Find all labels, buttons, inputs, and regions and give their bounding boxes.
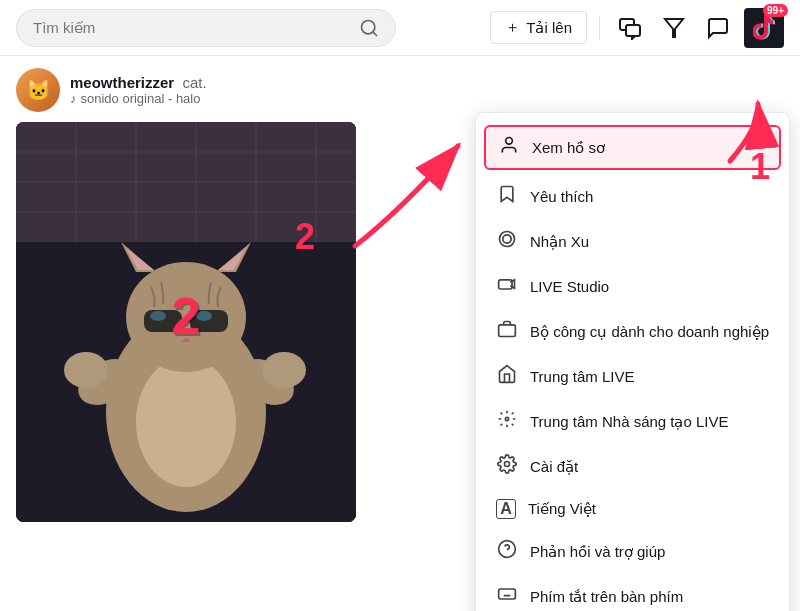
svg-point-20 [64,352,108,388]
menu-label-feedback: Phản hồi và trợ giúp [530,543,769,561]
menu-item-coins[interactable]: Nhận Xu [476,219,789,264]
menu-item-creator-live[interactable]: Trung tâm Nhà sáng tạo LIVE [476,399,789,444]
upload-button[interactable]: ＋ Tải lên [490,11,587,44]
menu-label-business: Bộ công cụ dành cho doanh nghiệp [530,323,769,341]
messages-button[interactable] [612,10,648,46]
header: ＋ Tải lên [0,0,800,56]
video-card: 🐱 meowtherizzer cat. ♪ sonido original -… [16,68,444,522]
svg-point-38 [505,417,508,420]
search-button[interactable] [359,18,379,38]
logo-wrapper: 99+ [744,8,784,48]
keyboard-icon [496,584,518,609]
menu-item-live-center[interactable]: Trung tâm LIVE [476,354,789,399]
svg-point-21 [262,352,306,388]
menu-item-shortcuts[interactable]: Phím tắt trên bàn phím [476,574,789,611]
svg-rect-37 [499,325,516,337]
menu-item-language[interactable]: A Tiếng Việt [476,489,789,529]
menu-label-coins: Nhận Xu [530,233,769,251]
upload-label: Tải lên [526,19,572,37]
cat-scene: 2 [16,122,356,522]
menu-item-favorites[interactable]: Yêu thích [476,174,789,219]
menu-label-live-center: Trung tâm LIVE [530,368,769,385]
menu-item-business[interactable]: Bộ công cụ dành cho doanh nghiệp [476,309,789,354]
filter-button[interactable] [656,10,692,46]
menu-label-language: Tiếng Việt [528,500,769,518]
menu-item-live-studio[interactable]: LIVE Studio [476,264,789,309]
menu-label-profile: Xem hồ sơ [532,139,767,157]
svg-rect-42 [499,589,516,599]
menu-item-profile[interactable]: Xem hồ sơ [484,125,781,170]
sound-label: sonido original - halo [81,91,201,106]
feed-area: 🐱 meowtherizzer cat. ♪ sonido original -… [0,56,460,611]
menu-item-feedback[interactable]: Phản hồi và trợ giúp [476,529,789,574]
svg-point-35 [503,235,511,243]
video-number-label: 2 [172,286,201,346]
feedback-icon [496,539,518,564]
dropdown-menu: Xem hồ sơ Yêu thích Nhận Xu [475,112,790,611]
svg-rect-36 [499,280,512,289]
video-thumbnail[interactable]: 2 [16,122,356,522]
menu-item-settings[interactable]: Cài đặt [476,444,789,489]
bookmark-icon [496,184,518,209]
profile-icon [498,135,520,160]
menu-label-favorites: Yêu thích [530,188,769,205]
menu-label-settings: Cài đặt [530,458,769,476]
menu-label-shortcuts: Phím tắt trên bàn phím [530,588,769,606]
creator-live-icon [496,409,518,434]
menu-label-creator-live: Trung tâm Nhà sáng tạo LIVE [530,413,769,431]
svg-point-33 [506,138,513,145]
svg-point-17 [136,357,236,487]
search-bar[interactable] [16,9,396,47]
user-details: meowtherizzer cat. ♪ sonido original - h… [70,74,207,106]
svg-point-30 [150,311,166,321]
language-icon: A [496,499,516,519]
avatar-image: 🐱 [16,68,60,112]
settings-icon [496,454,518,479]
search-input[interactable] [33,19,351,36]
svg-rect-3 [626,25,640,36]
main-content: 🐱 meowtherizzer cat. ♪ sonido original -… [0,56,800,611]
live-studio-icon [496,274,518,299]
avatar[interactable]: 🐱 [16,68,60,112]
user-info: 🐱 meowtherizzer cat. ♪ sonido original -… [16,68,444,112]
sound-info[interactable]: ♪ sonido original - halo [70,91,207,106]
plus-icon: ＋ [505,18,520,37]
music-icon: ♪ [70,91,77,106]
business-icon [496,319,518,344]
live-center-icon [496,364,518,389]
coin-icon [496,229,518,254]
header-separator [599,16,600,40]
menu-label-live-studio: LIVE Studio [530,278,769,295]
inbox-button[interactable] [700,10,736,46]
notification-badge: 99+ [763,4,788,17]
svg-marker-4 [665,19,683,37]
header-right: ＋ Tải lên [490,8,784,48]
username[interactable]: meowtherizzer cat. [70,74,207,91]
svg-line-1 [373,31,377,35]
